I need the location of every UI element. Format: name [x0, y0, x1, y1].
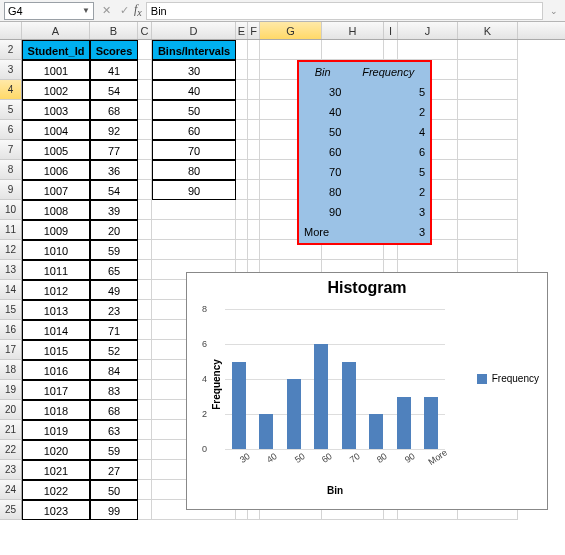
row-header[interactable]: 7	[0, 140, 22, 160]
cell[interactable]: 30	[152, 60, 236, 80]
cell[interactable]	[138, 80, 152, 100]
cell[interactable]: 40	[152, 80, 236, 100]
name-box[interactable]: G4 ▼	[4, 2, 94, 20]
row-header[interactable]: 9	[0, 180, 22, 200]
cell[interactable]	[236, 60, 248, 80]
cell[interactable]	[398, 40, 458, 60]
cell[interactable]	[138, 240, 152, 260]
cell[interactable]: 36	[90, 160, 138, 180]
cell[interactable]	[248, 220, 260, 240]
cell[interactable]	[138, 280, 152, 300]
row-header[interactable]: 12	[0, 240, 22, 260]
cell[interactable]	[236, 120, 248, 140]
cell[interactable]	[138, 440, 152, 460]
cell[interactable]	[138, 260, 152, 280]
row-header[interactable]: 4	[0, 80, 22, 100]
cell[interactable]	[248, 40, 260, 60]
cell[interactable]: 54	[90, 180, 138, 200]
cell[interactable]: 84	[90, 360, 138, 380]
cell[interactable]: 65	[90, 260, 138, 280]
cell[interactable]	[458, 120, 518, 140]
cell[interactable]	[458, 200, 518, 220]
cell[interactable]: 1001	[22, 60, 90, 80]
row-header[interactable]: 20	[0, 400, 22, 420]
cell[interactable]: 27	[90, 460, 138, 480]
col-header-H[interactable]: H	[322, 22, 384, 39]
cell[interactable]: 1019	[22, 420, 90, 440]
cell[interactable]	[248, 120, 260, 140]
cell[interactable]: 52	[90, 340, 138, 360]
cell[interactable]	[138, 60, 152, 80]
cell[interactable]: 1022	[22, 480, 90, 500]
cell[interactable]	[138, 100, 152, 120]
cell[interactable]: 83	[90, 380, 138, 400]
row-header[interactable]: 3	[0, 60, 22, 80]
cell[interactable]	[248, 180, 260, 200]
row-header[interactable]: 19	[0, 380, 22, 400]
cell[interactable]	[248, 160, 260, 180]
cell[interactable]: 1007	[22, 180, 90, 200]
row-header[interactable]: 24	[0, 480, 22, 500]
row-header[interactable]: 22	[0, 440, 22, 460]
cell[interactable]	[384, 40, 398, 60]
cell[interactable]	[152, 220, 236, 240]
cell[interactable]: 1009	[22, 220, 90, 240]
cell[interactable]	[236, 180, 248, 200]
cell[interactable]: 90	[152, 180, 236, 200]
cell[interactable]	[458, 220, 518, 240]
cell[interactable]	[322, 40, 384, 60]
cell[interactable]	[236, 200, 248, 220]
expand-icon[interactable]: ⌄	[547, 6, 561, 16]
cell[interactable]: 1008	[22, 200, 90, 220]
cell[interactable]: 1005	[22, 140, 90, 160]
cell[interactable]	[138, 400, 152, 420]
cell[interactable]: Student_Id	[22, 40, 90, 60]
cell[interactable]	[248, 80, 260, 100]
col-header-E[interactable]: E	[236, 22, 248, 39]
cell[interactable]	[138, 120, 152, 140]
cell[interactable]	[138, 160, 152, 180]
cell[interactable]: 1006	[22, 160, 90, 180]
cell[interactable]: Scores	[90, 40, 138, 60]
cell[interactable]	[152, 200, 236, 220]
cell[interactable]	[260, 40, 322, 60]
row-header[interactable]: 13	[0, 260, 22, 280]
cell[interactable]: 20	[90, 220, 138, 240]
cell[interactable]	[458, 240, 518, 260]
select-all-corner[interactable]	[0, 22, 22, 39]
cell[interactable]: 50	[152, 100, 236, 120]
cell[interactable]: 63	[90, 420, 138, 440]
cell[interactable]	[236, 140, 248, 160]
cell[interactable]: 1011	[22, 260, 90, 280]
cell[interactable]	[138, 380, 152, 400]
cell[interactable]	[138, 300, 152, 320]
cell[interactable]	[236, 40, 248, 60]
cell[interactable]	[458, 80, 518, 100]
cell[interactable]: Bins/Intervals	[152, 40, 236, 60]
cell[interactable]: 59	[90, 440, 138, 460]
row-header[interactable]: 14	[0, 280, 22, 300]
cell[interactable]	[248, 240, 260, 260]
cell[interactable]: 70	[152, 140, 236, 160]
cell[interactable]: 1017	[22, 380, 90, 400]
cell[interactable]: 1013	[22, 300, 90, 320]
cell[interactable]: 54	[90, 80, 138, 100]
row-header[interactable]: 5	[0, 100, 22, 120]
row-header[interactable]: 8	[0, 160, 22, 180]
col-header-G[interactable]: G	[260, 22, 322, 39]
cell[interactable]	[236, 220, 248, 240]
cell[interactable]: 1012	[22, 280, 90, 300]
cell[interactable]: 71	[90, 320, 138, 340]
cell[interactable]: 1002	[22, 80, 90, 100]
cell[interactable]	[138, 420, 152, 440]
cell[interactable]	[138, 460, 152, 480]
fx-icon[interactable]: fx	[134, 2, 142, 18]
row-header[interactable]: 10	[0, 200, 22, 220]
cell[interactable]	[458, 160, 518, 180]
row-header[interactable]: 6	[0, 120, 22, 140]
cell[interactable]	[138, 180, 152, 200]
cancel-icon[interactable]: ✕	[98, 2, 114, 18]
cell[interactable]: 1021	[22, 460, 90, 480]
cell[interactable]: 41	[90, 60, 138, 80]
cell[interactable]	[138, 220, 152, 240]
